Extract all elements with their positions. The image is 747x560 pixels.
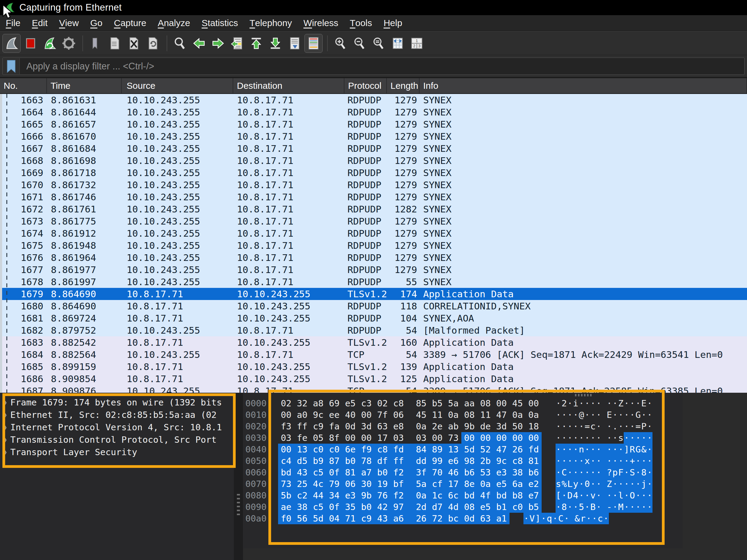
packet-row[interactable]: 16788.86199710.10.243.25510.8.17.71RDPUD… (0, 276, 747, 288)
menu-item-edit[interactable]: Edit (26, 15, 53, 31)
menu-item-view[interactable]: View (53, 15, 84, 31)
column-header-length[interactable]: Length (387, 78, 419, 93)
hex-row[interactable]: 00000232a869e5c302c885b55aaa08004500·2·i… (243, 398, 683, 409)
hex-bytes[interactable]: 0232a869e5c302c885b55aaa08004500 (278, 398, 542, 409)
hex-row[interactable]: 00805bc24434e39b76f20a1c6cbd4fbdb8e7[·D4… (243, 490, 683, 501)
hex-row[interactable]: 0090ae38c50f35b042972dd74d08e5b1c0b5·8··… (243, 501, 683, 513)
reload-file-button[interactable] (144, 34, 162, 53)
hex-ascii[interactable]: ·2·i······Z···E· (556, 398, 652, 409)
packet-row[interactable]: 16648.86164410.10.243.25510.8.17.71RDPUD… (0, 106, 747, 118)
hex-bytes[interactable]: ae38c50f35b042972dd74d08e5b1c0b5 (278, 501, 542, 513)
auto-scroll-button[interactable] (285, 34, 304, 53)
packet-row[interactable]: 16868.90985410.8.17.7110.10.243.255TLSv1… (0, 373, 747, 385)
packet-row[interactable]: 16838.88254210.8.17.7110.10.243.255TLSv1… (0, 336, 747, 349)
splitter-grip[interactable] (237, 494, 240, 517)
column-header-source[interactable]: Source (122, 78, 233, 93)
start-capture-button[interactable] (2, 34, 21, 53)
detail-row[interactable]: ❯Transport Layer Security (0, 446, 234, 458)
hex-ascii[interactable]: ··········s····· (556, 432, 652, 443)
hex-bytes[interactable]: 73254c79063019bf5acf178e0ae56ae2 (278, 478, 542, 490)
packet-bytes-pane[interactable]: 00000232a869e5c302c885b55aaa08004500·2·i… (243, 393, 683, 549)
hex-ascii[interactable]: ·····x······+··· (556, 455, 652, 467)
packet-row[interactable]: 16798.86469010.8.17.7110.10.243.255TLSv1… (0, 288, 747, 300)
packet-row[interactable]: 16678.86168410.10.243.25510.8.17.71RDPUD… (0, 143, 747, 155)
hex-ascii[interactable]: ····@···E····G·· (556, 409, 652, 421)
display-filter-input[interactable]: Apply a display filter ... <Ctrl-/> (2, 57, 745, 75)
hex-bytes[interactable]: c4d5b987b078dfffdd99e6982b9cc881 (278, 455, 542, 467)
hex-bytes[interactable]: 0013c0c06ef9c8fd8489135d524726fd (278, 443, 542, 455)
packet-row[interactable]: 16688.86169810.10.243.25510.8.17.71RDPUD… (0, 155, 747, 167)
expand-arrow-icon[interactable]: ❯ (0, 434, 10, 446)
hex-bytes[interactable]: 5bc24434e39b76f20a1c6cbd4fbdb8e7 (278, 490, 542, 501)
hex-row[interactable]: 007073254c79063019bf5acf178e0ae56ae2s%Ly… (243, 478, 683, 490)
menu-item-go[interactable]: Go (84, 15, 108, 31)
splitter-grip[interactable] (575, 394, 592, 397)
menu-item-capture[interactable]: Capture (108, 15, 152, 31)
capture-options-button[interactable] (60, 34, 78, 53)
packet-row[interactable]: 16638.86163110.10.243.25510.8.17.71RDPUD… (0, 94, 747, 106)
column-header-protocol[interactable]: Protocol (344, 78, 387, 93)
close-file-button[interactable] (125, 34, 143, 53)
hex-bytes[interactable]: f3ffc9fa0d3d63e80a2eab9bde3d5018 (278, 421, 542, 432)
hex-ascii[interactable]: ·C······?pF·S·8· (556, 467, 652, 478)
hex-row[interactable]: 00400013c0c06ef9c8fd8489135d524726fd····… (243, 443, 683, 455)
column-header-destination[interactable]: Destination (233, 78, 344, 93)
packet-row[interactable]: 16758.86194810.10.243.25510.8.17.71RDPUD… (0, 239, 747, 252)
hex-bytes[interactable]: f0565d0471c943a62672bc0d63a1 (278, 513, 510, 524)
column-header-no[interactable]: No. (0, 78, 47, 93)
go-forward-button[interactable] (209, 34, 227, 53)
go-to-packet-button[interactable] (228, 34, 246, 53)
resize-columns-button[interactable] (389, 34, 407, 53)
hex-row[interactable]: 0060bd43c50f81a7b0f23f7046b653e338b6·C··… (243, 467, 683, 478)
packet-row[interactable]: 16698.86171810.10.243.25510.8.17.71RDPUD… (0, 167, 747, 179)
hex-ascii[interactable]: [·D4··v···l·O··· (556, 490, 652, 501)
packet-row[interactable]: 16878.90987610.10.243.25510.8.17.71TCP54… (0, 385, 747, 393)
find-packet-button[interactable] (171, 34, 189, 53)
packet-row[interactable]: 16748.86191210.10.243.25510.8.17.71RDPUD… (0, 227, 747, 239)
menu-item-tools[interactable]: Tools (344, 15, 378, 31)
packet-row[interactable]: 16808.86469010.8.17.7110.10.243.255RDPUD… (0, 300, 747, 312)
go-to-top-button[interactable] (247, 34, 265, 53)
packet-row[interactable]: 16668.86167010.10.243.25510.8.17.71RDPUD… (0, 130, 747, 143)
hex-ascii[interactable]: ·····=c··.···=P· (556, 421, 652, 432)
packet-details-pane[interactable]: ❯Frame 1679: 174 bytes on wire (1392 bit… (0, 393, 234, 560)
zoom-original-button[interactable] (369, 34, 388, 53)
menu-item-wireless[interactable]: Wireless (298, 15, 344, 31)
stop-capture-button[interactable] (22, 34, 40, 53)
hex-row[interactable]: 0050c4d5b987b078dfffdd99e6982b9cc881····… (243, 455, 683, 467)
packet-row[interactable]: 16738.86177510.10.243.25510.8.17.71RDPUD… (0, 215, 747, 227)
packet-row[interactable]: 16718.86174610.10.243.25510.8.17.71RDPUD… (0, 191, 747, 203)
hex-ascii[interactable]: ·V]·q·C·&r··c· (523, 513, 609, 524)
packet-row[interactable]: 16768.86196410.10.243.25510.8.17.71RDPUD… (0, 252, 747, 264)
packet-row[interactable]: 16778.86197710.10.243.25510.8.17.71RDPUD… (0, 264, 747, 276)
open-file-button[interactable] (87, 34, 105, 53)
packet-row[interactable]: 16828.87975210.10.243.25510.8.17.71RDPUD… (0, 324, 747, 336)
detail-row[interactable]: ❯Ethernet II, Src: 02:c8:85:b5:5a:aa (02 (0, 409, 234, 421)
packet-row[interactable]: 16858.89915910.8.17.7110.10.243.255TLSv1… (0, 361, 747, 373)
packet-list[interactable]: 16638.86163110.10.243.25510.8.17.71RDPUD… (0, 94, 747, 393)
hex-row[interactable]: 001000a09cee40007f0645110a0811470a0a····… (243, 409, 683, 421)
packet-row[interactable]: 16658.86165710.10.243.25510.8.17.71RDPUD… (0, 118, 747, 130)
packet-row[interactable]: 16728.86176110.10.243.25510.8.17.71RDPUD… (0, 203, 747, 215)
hex-ascii[interactable]: s%Ly·0··Z·····j· (556, 478, 652, 490)
zoom-out-button[interactable] (351, 34, 369, 53)
hex-row[interactable]: 0020f3ffc9fa0d3d63e80a2eab9bde3d5018····… (243, 421, 683, 432)
column-header-info[interactable]: Info (419, 78, 747, 93)
detail-row[interactable]: ❯Transmission Control Protocol, Src Port (0, 434, 234, 446)
layout-button[interactable]: 1 2 3 (408, 34, 426, 53)
save-file-button[interactable] (106, 34, 124, 53)
column-header-time[interactable]: Time (47, 78, 122, 93)
menu-item-help[interactable]: Help (378, 15, 408, 31)
hex-bytes[interactable]: 00a09cee40007f0645110a0811470a0a (278, 409, 542, 421)
expand-arrow-icon[interactable]: ❯ (0, 446, 10, 458)
packet-row[interactable]: 16708.86173210.10.243.25510.8.17.71RDPUD… (0, 179, 747, 191)
detail-row[interactable]: ❯Internet Protocol Version 4, Src: 10.8.… (0, 421, 234, 434)
pane-splitter[interactable] (234, 393, 243, 560)
hex-bytes[interactable]: bd43c50f81a7b0f23f7046b653e338b6 (278, 467, 542, 478)
filter-bookmark-button[interactable] (3, 58, 20, 74)
restart-capture-button[interactable] (41, 34, 59, 53)
detail-row[interactable]: ❯Frame 1679: 174 bytes on wire (1392 bit… (0, 397, 234, 409)
go-to-bottom-button[interactable] (266, 34, 284, 53)
hex-ascii[interactable]: ·8··5·B·-·M····· (556, 501, 652, 513)
hex-row[interactable]: 003003fe058f000017030300730000000000····… (243, 432, 683, 443)
